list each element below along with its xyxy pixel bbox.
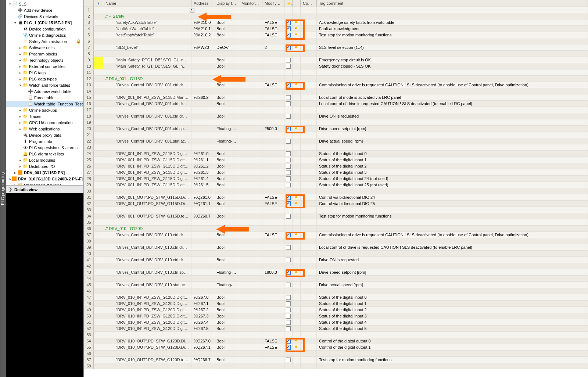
address-cell[interactable]: [191, 238, 214, 244]
display-cell[interactable]: Bool: [214, 26, 239, 32]
tagcomment-cell[interactable]: Drive actual speed [rpm]: [317, 282, 588, 288]
expand-icon[interactable]: [18, 152, 22, 156]
modify-checkbox[interactable]: [286, 101, 291, 106]
modify-cell[interactable]: [262, 257, 284, 263]
name-cell[interactable]: "Drives_Control_DB".DRV_010.stat.actVelo…: [103, 282, 191, 288]
address-cell[interactable]: %I261.4: [191, 176, 214, 182]
flash-cell[interactable]: [284, 169, 293, 176]
table-row[interactable]: 4"faultAckWatchTable"%M210.1BoolFALSEFau…: [84, 26, 588, 32]
display-cell[interactable]: [214, 119, 239, 126]
table-row[interactable]: 30: [84, 188, 588, 194]
name-cell[interactable]: [103, 69, 191, 76]
comment-cell[interactable]: [301, 182, 317, 188]
comment-cell[interactable]: [301, 332, 317, 338]
modify-cell[interactable]: [262, 207, 284, 213]
tagcomment-cell[interactable]: Status of the digital input 3: [317, 313, 588, 319]
tagcomment-cell[interactable]: [317, 69, 588, 76]
name-cell[interactable]: "DRV_001_IN".PD_ZSW_G115D.DigitalInput_0…: [103, 151, 191, 157]
modify-cell[interactable]: [262, 313, 284, 319]
table-row[interactable]: 12// DRV_001 - G115D: [84, 76, 588, 82]
table-row[interactable]: 27"DRV_001_IN".PD_ZSW_G115D.DigitalInput…: [84, 169, 588, 176]
modify-checkbox[interactable]: [286, 214, 291, 219]
tagcomment-cell[interactable]: [317, 288, 588, 294]
modify-checkbox[interactable]: [286, 45, 291, 50]
address-cell[interactable]: [191, 251, 214, 257]
name-cell[interactable]: "testStopWatchTable": [103, 32, 191, 38]
expand-icon[interactable]: ▸: [18, 71, 22, 75]
expand-icon[interactable]: ▾: [18, 83, 22, 87]
display-cell[interactable]: Bool: [214, 307, 239, 313]
flash-cell[interactable]: [284, 94, 293, 101]
flash-cell[interactable]: [284, 7, 293, 13]
tagcomment-cell[interactable]: SLS level selection (1..4): [317, 44, 588, 51]
name-cell[interactable]: "DRV_010_OUT".PD_STW_G120D.testStop: [103, 357, 191, 363]
comment-cell[interactable]: [301, 88, 317, 94]
comment-cell[interactable]: [301, 276, 317, 282]
modify-cell[interactable]: [262, 144, 284, 151]
modify-cell[interactable]: [262, 157, 284, 163]
modify-cell[interactable]: [262, 176, 284, 182]
comment-cell[interactable]: [301, 244, 317, 251]
tree-item[interactable]: ▸📁Online backups: [6, 107, 83, 113]
table-row[interactable]: 51"DRV_010_IN".PD_ZSW_G120D.DigitalInput…: [84, 319, 588, 326]
table-row[interactable]: 16"Drives_Control_DB".DRV_001.ctrl.drvLo…: [84, 101, 588, 107]
tagcomment-cell[interactable]: [317, 207, 588, 213]
expand-icon[interactable]: ▾: [8, 2, 12, 6]
modify-cell[interactable]: [262, 188, 284, 194]
table-row[interactable]: 24"DRV_001_IN".PD_ZSW_G115D.DigitalInput…: [84, 151, 588, 157]
address-cell[interactable]: [191, 82, 214, 88]
comment-cell[interactable]: [301, 19, 317, 26]
expand-icon[interactable]: ▸: [18, 58, 22, 62]
modify-cell[interactable]: FALSE: [262, 232, 284, 238]
tagcomment-cell[interactable]: Emergency stop circuit is OK: [317, 57, 588, 63]
display-cell[interactable]: Bool: [214, 101, 239, 107]
modify-cell[interactable]: [262, 57, 284, 63]
modify-cell[interactable]: [262, 51, 284, 57]
flash-cell[interactable]: [284, 269, 293, 276]
name-cell[interactable]: "safetyAckWatchTable": [103, 19, 191, 26]
address-cell[interactable]: [191, 107, 214, 113]
comment-cell[interactable]: [301, 338, 317, 344]
expand-icon[interactable]: ▸: [18, 77, 22, 81]
modify-checkbox[interactable]: [286, 270, 291, 275]
table-row[interactable]: 33: [84, 207, 588, 213]
expand-icon[interactable]: [13, 14, 17, 18]
display-cell[interactable]: [214, 107, 239, 113]
name-cell[interactable]: "DRV_001_OUT".PD_STW_G115D.DigitalOutput…: [103, 194, 191, 201]
flash-cell[interactable]: [284, 332, 293, 338]
flash-cell[interactable]: [284, 307, 293, 313]
name-cell[interactable]: [103, 363, 191, 369]
expand-icon[interactable]: [18, 33, 22, 37]
flash-cell[interactable]: [284, 294, 293, 301]
display-cell[interactable]: [214, 88, 239, 94]
table-row[interactable]: 47"DRV_010_IN".PD_ZSW_G120D.DigitalInput…: [84, 294, 588, 301]
modify-cell[interactable]: [262, 301, 284, 307]
flash-cell[interactable]: [284, 44, 293, 51]
tagcomment-cell[interactable]: [317, 226, 588, 232]
modify-cell[interactable]: [262, 363, 284, 369]
modify-checkbox[interactable]: [286, 339, 291, 344]
flash-cell[interactable]: [284, 176, 293, 182]
flash-cell[interactable]: [284, 326, 293, 332]
col-info[interactable]: i: [94, 0, 103, 7]
name-cell[interactable]: [103, 51, 191, 57]
comment-cell[interactable]: [301, 282, 317, 288]
flash-cell[interactable]: [284, 351, 293, 357]
name-cell[interactable]: "DRV_010_IN".PD_ZSW_G120D.DigitalInput_0…: [103, 307, 191, 313]
flash-cell[interactable]: [284, 101, 293, 107]
display-cell[interactable]: Bool: [214, 294, 239, 301]
table-row[interactable]: 52"DRV_010_IN".PD_ZSW_G120D.DigitalInput…: [84, 326, 588, 332]
expand-icon[interactable]: ▾: [13, 21, 17, 25]
name-cell[interactable]: [103, 188, 191, 194]
col-flash[interactable]: ⚡: [284, 0, 293, 7]
tagcomment-cell[interactable]: Control via bidirectional DIO 25: [317, 201, 588, 207]
table-row[interactable]: 7"SLS_Level"%MW20DEC+/-2SLS level select…: [84, 44, 588, 51]
display-cell[interactable]: [214, 38, 239, 44]
modify-cell[interactable]: [262, 169, 284, 176]
tree-item[interactable]: 🔗Devices & networks: [6, 13, 83, 19]
tree-item[interactable]: ▸📁Ungrouped devices: [6, 182, 83, 185]
flash-cell[interactable]: [284, 319, 293, 326]
name-cell[interactable]: "DRV_001_IN".PD_ZSW_G115D.DigitalInput_0…: [103, 169, 191, 176]
tagcomment-cell[interactable]: Status of the digital input 2: [317, 307, 588, 313]
address-cell[interactable]: [191, 113, 214, 119]
